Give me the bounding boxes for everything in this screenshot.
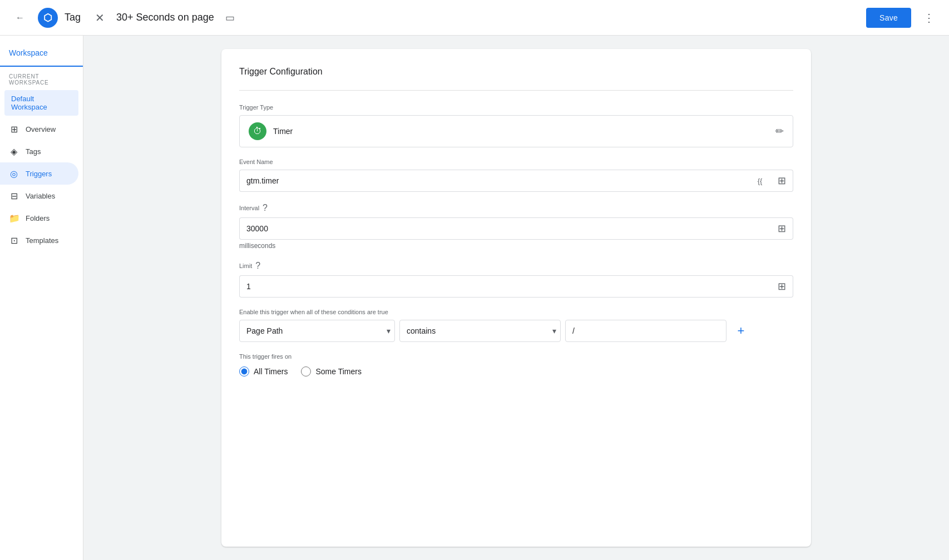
- sidebar-item-overview[interactable]: ⊞ Overview: [0, 118, 78, 140]
- sidebar-item-label-templates: Templates: [26, 236, 58, 245]
- limit-input[interactable]: [239, 275, 771, 298]
- all-timers-radio[interactable]: [239, 366, 249, 376]
- condition-field-select[interactable]: Page Path: [239, 320, 395, 342]
- app-title: Tag: [65, 12, 81, 23]
- interval-plus-btn[interactable]: ⊞: [771, 217, 793, 240]
- sidebar-item-label-overview: Overview: [26, 125, 56, 133]
- limit-help-icon[interactable]: ?: [255, 261, 260, 271]
- panel-title: Trigger Configuration: [239, 67, 793, 77]
- event-name-input[interactable]: [239, 170, 749, 192]
- plus-icon-condition: +: [738, 324, 745, 338]
- interval-input-row: ⊞: [239, 217, 793, 240]
- folder-icon[interactable]: ▭: [225, 12, 235, 24]
- condition-operator-wrapper: contains ▾: [399, 320, 561, 342]
- all-timers-label: All Timers: [254, 367, 288, 376]
- event-name-label: Event Name: [239, 158, 793, 165]
- interval-field: Interval ? ⊞ milliseconds: [239, 203, 793, 250]
- trigger-type-box[interactable]: ⏱ Timer ✏: [239, 115, 793, 147]
- limit-label-row: Limit ?: [239, 261, 793, 271]
- current-workspace-label: CURRENT WORKSPACE: [0, 67, 83, 88]
- app-logo: ⬡: [38, 8, 58, 28]
- some-timers-radio-label[interactable]: Some Timers: [301, 366, 361, 376]
- interval-input[interactable]: [239, 217, 771, 240]
- workspace-tab[interactable]: Workspace: [0, 40, 83, 67]
- plus-icon-interval: ⊞: [778, 222, 786, 235]
- top-bar: ← ⬡ Tag ✕ 30+ Seconds on page ▭ Save ⋮: [0, 0, 949, 36]
- overview-icon: ⊞: [9, 124, 19, 135]
- sidebar-item-tags[interactable]: ◈ Tags: [0, 140, 78, 162]
- limit-plus-btn[interactable]: ⊞: [771, 275, 793, 298]
- more-options-button[interactable]: ⋮: [918, 7, 940, 29]
- back-button[interactable]: ←: [9, 7, 31, 29]
- sidebar-item-label-variables: Variables: [26, 192, 55, 200]
- trigger-type-left: ⏱ Timer: [249, 122, 293, 140]
- sidebar-item-label-tags: Tags: [26, 147, 41, 156]
- sidebar-item-variables[interactable]: ⊟ Variables: [0, 185, 78, 207]
- fires-on-radio-group: All Timers Some Timers: [239, 366, 793, 376]
- triggers-icon: ◎: [9, 169, 19, 179]
- templates-icon: ⊡: [9, 235, 19, 246]
- interval-label: Interval: [239, 205, 259, 211]
- some-timers-label: Some Timers: [315, 367, 361, 376]
- event-name-variable-btn[interactable]: {{: [749, 170, 771, 192]
- add-condition-button[interactable]: +: [731, 321, 751, 341]
- conditions-field: Enable this trigger when all of these co…: [239, 309, 793, 342]
- sidebar-item-label-triggers: Triggers: [26, 170, 52, 178]
- trigger-type-label: Trigger Type: [239, 104, 793, 111]
- interval-unit: milliseconds: [239, 242, 793, 250]
- fires-on-field: This trigger fires on All Timers Some Ti…: [239, 353, 793, 376]
- divider-1: [239, 90, 793, 91]
- limit-input-row: ⊞: [239, 275, 793, 298]
- event-name-input-row: {{ ⊞: [239, 170, 793, 192]
- conditions-row: Page Path ▾ contains ▾ +: [239, 320, 793, 342]
- trigger-type-field: Trigger Type ⏱ Timer ✏: [239, 104, 793, 147]
- all-timers-radio-label[interactable]: All Timers: [239, 366, 288, 376]
- sidebar: Workspace CURRENT WORKSPACE Default Work…: [0, 36, 83, 560]
- sidebar-item-triggers[interactable]: ◎ Triggers: [0, 162, 78, 185]
- variables-icon: ⊟: [9, 191, 19, 201]
- tags-icon: ◈: [9, 146, 19, 157]
- trigger-config-panel: Trigger Configuration Trigger Type ⏱ Tim…: [221, 49, 811, 547]
- workspace-name[interactable]: Default Workspace: [4, 90, 78, 116]
- timer-icon: ⏱: [249, 122, 266, 140]
- condition-field-wrapper: Page Path ▾: [239, 320, 395, 342]
- edit-trigger-type-icon[interactable]: ✏: [775, 125, 784, 137]
- sidebar-item-label-folders: Folders: [26, 214, 50, 222]
- some-timers-radio[interactable]: [301, 366, 311, 376]
- folders-icon: 📁: [9, 213, 19, 224]
- plus-icon: ⊞: [778, 175, 786, 187]
- plus-icon-limit: ⊞: [778, 280, 786, 293]
- trigger-name-title[interactable]: 30+ Seconds on page: [116, 12, 214, 23]
- conditions-label: Enable this trigger when all of these co…: [239, 309, 793, 315]
- close-button[interactable]: ✕: [90, 8, 110, 28]
- fires-on-label: This trigger fires on: [239, 353, 793, 360]
- save-button[interactable]: Save: [866, 8, 911, 28]
- limit-field: Limit ? ⊞: [239, 261, 793, 298]
- interval-label-row: Interval ?: [239, 203, 793, 213]
- main-layout: Workspace CURRENT WORKSPACE Default Work…: [0, 36, 949, 560]
- sidebar-item-folders[interactable]: 📁 Folders: [0, 207, 78, 229]
- variable-icon: {{: [758, 177, 763, 185]
- trigger-type-name: Timer: [273, 127, 293, 136]
- condition-operator-select[interactable]: contains: [399, 320, 561, 342]
- sidebar-item-templates[interactable]: ⊡ Templates: [0, 229, 78, 251]
- event-name-plus-btn[interactable]: ⊞: [771, 170, 793, 192]
- limit-label: Limit: [239, 262, 252, 269]
- condition-value-input[interactable]: [565, 320, 726, 342]
- event-name-field: Event Name {{ ⊞: [239, 158, 793, 192]
- content-area: Trigger Configuration Trigger Type ⏱ Tim…: [83, 36, 949, 560]
- interval-help-icon[interactable]: ?: [263, 203, 268, 213]
